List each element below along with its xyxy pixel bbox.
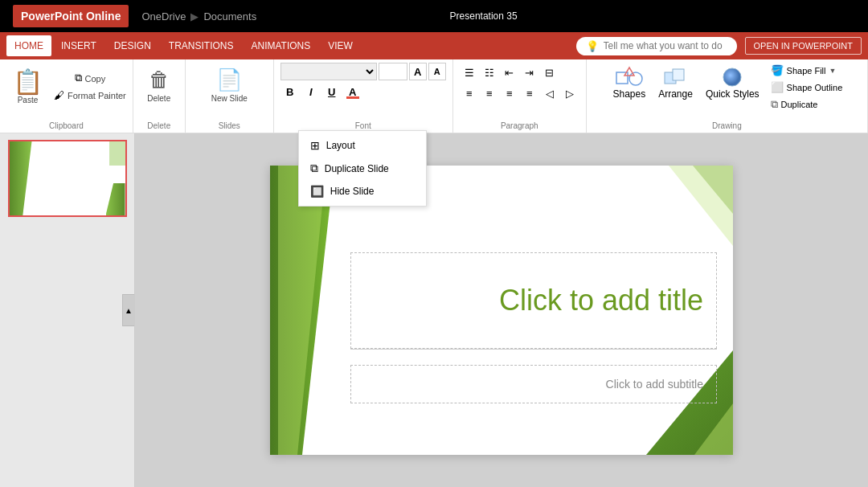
font-family-select[interactable] [280, 63, 377, 80]
title-divider [350, 349, 717, 350]
arrange-icon [661, 66, 690, 88]
layout-icon: ⊞ [310, 139, 320, 152]
align-right-button[interactable]: ≡ [500, 84, 519, 103]
delete-label: Delete [147, 94, 170, 103]
shape-fill-button[interactable]: 🪣 Shape Fill ▼ [768, 63, 846, 78]
delete-group-label: Delete [133, 121, 185, 130]
paste-icon: 📋 [13, 68, 43, 96]
new-slide-label: New Slide [211, 94, 248, 103]
ribbon-group-paragraph: ☰ ☷ ⇤ ⇥ ⊟ ≡ ≡ ≡ ≡ ◁ ▷ Paragraph [453, 59, 587, 133]
delete-button[interactable]: 🗑 Delete [140, 63, 178, 108]
quick-styles-label: Quick Styles [706, 88, 760, 100]
menu-item-home[interactable]: HOME [6, 35, 51, 56]
breadcrumb-documents[interactable]: Documents [203, 10, 256, 23]
new-slide-icon: 📄 [216, 68, 242, 92]
slide-panel: ▲ [0, 133, 135, 487]
paste-label: Paste [18, 96, 39, 104]
duplicate-slide-icon: ⧉ [310, 162, 318, 175]
svg-point-1 [629, 72, 642, 85]
font-group-label: Font [274, 121, 452, 130]
italic-button[interactable]: I [301, 82, 321, 101]
panel-collapse-button[interactable]: ▲ [122, 294, 135, 326]
lightbulb-icon: 💡 [586, 40, 599, 52]
clipboard-group-label: Clipboard [0, 121, 133, 130]
subtitle-placeholder[interactable]: Click to add subtitle [350, 365, 717, 403]
format-painter-button[interactable]: 🖌 Format Painter [51, 88, 129, 103]
duplicate-drawing-button[interactable]: ⧉ Duplicate [768, 96, 846, 113]
svg-marker-2 [624, 68, 634, 76]
paragraph-group-label: Paragraph [453, 121, 586, 130]
font-grow-button[interactable]: A [409, 63, 427, 80]
font-color-button[interactable]: A [343, 82, 362, 101]
menu-item-design[interactable]: DESIGN [106, 35, 159, 56]
font-color-indicator [346, 96, 359, 99]
duplicate-drawing-label: Duplicate [781, 100, 818, 109]
decrease-indent-button[interactable]: ⇤ [500, 63, 519, 82]
ribbon-group-clipboard: 📋 Paste ⧉ Copy 🖌 Format Painter Clipboar… [0, 59, 133, 133]
paste-button[interactable]: 📋 Paste [6, 63, 49, 109]
subtitle-placeholder-text: Click to add subtitle [606, 378, 716, 391]
shape-outline-label: Shape Outline [787, 83, 843, 92]
delete-icon: 🗑 [149, 68, 170, 92]
bold-button[interactable]: B [280, 82, 300, 101]
copy-icon: ⧉ [75, 72, 82, 84]
menu-item-view[interactable]: VIEW [320, 35, 361, 56]
underline-button[interactable]: U [322, 82, 342, 101]
breadcrumb-sep: ▶ [190, 10, 199, 23]
menu-item-transitions[interactable]: TRANSITIONS [161, 35, 242, 56]
shapes-label: Shapes [612, 88, 645, 100]
ribbon-group-font: A A B I U A Font [274, 59, 453, 133]
columns-button[interactable]: ⊟ [540, 63, 559, 82]
slide-thumbnail-1[interactable] [8, 140, 127, 217]
font-size-input[interactable] [379, 63, 407, 80]
ribbon-group-slides: 📄 New Slide ⊞ Layout ⧉ Duplicate Slide 🔲… [186, 59, 274, 133]
open-in-ppt-button[interactable]: OPEN IN POWERPOINT [745, 37, 862, 55]
title-placeholder-text: Click to add title [486, 283, 716, 317]
app-logo: PowerPoint Online [13, 5, 129, 27]
layout-menu-item[interactable]: ⊞ Layout [299, 134, 426, 157]
duplicate-slide-menu-item[interactable]: ⧉ Duplicate Slide [299, 157, 426, 180]
duplicate-drawing-icon: ⧉ [771, 98, 778, 111]
layout-label: Layout [326, 140, 355, 151]
hide-slide-label: Hide Slide [330, 186, 375, 197]
main-area: ▲ Click to add title Click to add subtit… [0, 133, 868, 487]
thumb-deco-left [10, 141, 32, 215]
justify-button[interactable]: ≡ [520, 84, 539, 103]
drawing-group-label: Drawing [587, 121, 867, 130]
slide-canvas[interactable]: Click to add title Click to add subtitle [270, 166, 733, 455]
format-painter-label: Format Painter [68, 91, 126, 100]
new-slide-button[interactable]: 📄 New Slide [205, 63, 254, 108]
arrange-button[interactable]: Arrange [653, 63, 698, 103]
tell-me-bar: 💡 [576, 37, 737, 55]
increase-indent-button[interactable]: ⇥ [520, 63, 539, 82]
menu-bar: HOME INSERT DESIGN TRANSITIONS ANIMATION… [0, 32, 868, 59]
menu-item-animations[interactable]: ANIMATIONS [243, 35, 318, 56]
slides-dropdown-menu: ⊞ Layout ⧉ Duplicate Slide 🔲 Hide Slide [298, 130, 427, 207]
text-direction-left-button[interactable]: ◁ [540, 84, 559, 103]
font-shrink-button[interactable]: A [428, 63, 446, 80]
shape-fill-label: Shape Fill [787, 66, 826, 76]
align-left-button[interactable]: ≡ [460, 84, 479, 103]
breadcrumb-onedrive[interactable]: OneDrive [141, 10, 186, 23]
menu-item-insert[interactable]: INSERT [53, 35, 104, 56]
svg-rect-4 [673, 69, 684, 80]
shape-outline-icon: ⬜ [771, 81, 784, 93]
hide-slide-menu-item[interactable]: 🔲 Hide Slide [299, 180, 426, 203]
arrange-label: Arrange [658, 88, 693, 100]
quick-styles-button[interactable]: Quick Styles [701, 63, 764, 103]
align-center-button[interactable]: ≡ [480, 84, 499, 103]
title-placeholder[interactable]: Click to add title [350, 252, 717, 349]
shape-fill-arrow[interactable]: ▼ [829, 67, 836, 75]
shape-fill-icon: 🪣 [771, 64, 784, 76]
copy-label: Copy [85, 74, 106, 84]
text-direction-right-button[interactable]: ▷ [560, 84, 579, 103]
numbering-button[interactable]: ☷ [480, 63, 499, 82]
bullets-button[interactable]: ☰ [460, 63, 479, 82]
presentation-title: Presentation 35 [450, 10, 518, 22]
tell-me-input[interactable] [604, 40, 724, 51]
ribbon-group-drawing: Shapes Arrange [587, 59, 868, 133]
thumb-deco-top-right [109, 141, 125, 166]
copy-button[interactable]: ⧉ Copy [51, 70, 129, 86]
shapes-button[interactable]: Shapes [608, 63, 650, 103]
shape-outline-button[interactable]: ⬜ Shape Outline [768, 80, 846, 95]
